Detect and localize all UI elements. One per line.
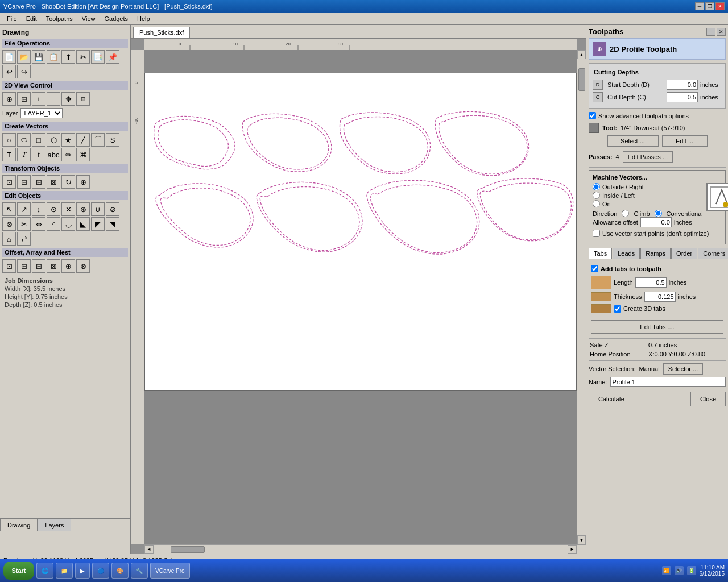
minimize-button[interactable]: ─ xyxy=(695,2,704,10)
taskbar-chrome[interactable]: 🔵 xyxy=(92,563,109,579)
circle-tool[interactable]: ○ xyxy=(2,133,16,147)
taskbar-app2[interactable]: 🔧 xyxy=(131,563,148,579)
menu-gadgets[interactable]: Gadgets xyxy=(100,14,133,23)
canvas-wrapper[interactable]: 0 10 20 30 0 -10 xyxy=(131,39,586,554)
merge-btn[interactable]: ⊗ xyxy=(76,259,90,273)
arc2-btn[interactable]: ◜ xyxy=(47,217,60,231)
new-file-button[interactable]: 📄 xyxy=(2,50,16,64)
tp-close-btn[interactable]: ✕ xyxy=(717,28,726,36)
name-input[interactable] xyxy=(610,377,726,387)
menu-view[interactable]: View xyxy=(77,14,100,23)
cut-depth-input[interactable] xyxy=(667,92,698,102)
inside-left-radio[interactable] xyxy=(593,192,600,199)
drawing-tab[interactable]: Drawing xyxy=(0,519,38,531)
menu-edit[interactable]: Edit xyxy=(22,14,42,23)
save-file-button[interactable]: 💾 xyxy=(32,50,46,64)
copy-button[interactable]: 📑 xyxy=(91,50,105,64)
undo-button[interactable]: ↩ xyxy=(2,65,16,78)
menu-file[interactable]: File xyxy=(2,14,22,23)
text4-tool[interactable]: abc xyxy=(47,148,60,161)
rotate-btn[interactable]: ↻ xyxy=(61,175,75,189)
allowance-input[interactable] xyxy=(640,217,672,227)
scroll-thumb-vertical[interactable] xyxy=(578,68,585,91)
select-btn[interactable]: ↖ xyxy=(2,202,16,216)
start-button[interactable]: Start xyxy=(3,562,34,580)
redo-button[interactable]: ↪ xyxy=(17,65,31,78)
outside-right-radio[interactable] xyxy=(593,183,600,190)
edit-tool-button[interactable]: Edit ... xyxy=(662,135,708,147)
text2-tool[interactable]: 𝑇 xyxy=(17,148,31,161)
close-button[interactable]: ✕ xyxy=(715,2,725,10)
zoom-sel-button[interactable]: ⊞ xyxy=(17,92,31,106)
ungroup-btn[interactable]: ⊠ xyxy=(47,175,60,189)
canvas-content[interactable] xyxy=(144,50,577,544)
star-tool[interactable]: ★ xyxy=(61,133,75,147)
tp-tab-order[interactable]: Order xyxy=(671,248,697,259)
scissors-btn[interactable]: ✂ xyxy=(17,217,31,231)
climb-radio[interactable] xyxy=(622,210,629,217)
optimize-checkbox[interactable] xyxy=(593,230,600,237)
selector-button[interactable]: Selector ... xyxy=(663,363,704,375)
snap-btn[interactable]: ◣ xyxy=(76,217,90,231)
mirror-btn[interactable]: ⊕ xyxy=(76,175,90,189)
array-btn[interactable]: ⊞ xyxy=(17,259,31,273)
text3-tool[interactable]: t xyxy=(32,148,46,161)
delete-btn[interactable]: ✕ xyxy=(61,202,75,216)
menu-help[interactable]: Help xyxy=(133,14,155,23)
zoom-in-button[interactable]: + xyxy=(32,92,46,106)
move-btn[interactable]: ⇔ xyxy=(32,217,46,231)
push-sticks-tab[interactable]: Push_Sticks.dxf xyxy=(133,27,190,38)
create3d-checkbox[interactable] xyxy=(614,305,621,313)
edit-tabs-button[interactable]: Edit Tabs .... xyxy=(591,320,723,334)
paste-button[interactable]: 📌 xyxy=(106,50,119,64)
conventional-radio[interactable] xyxy=(655,210,662,217)
zoom-out-button[interactable]: − xyxy=(47,92,60,106)
advanced-options-checkbox[interactable] xyxy=(589,112,596,119)
bezier-tool[interactable]: ⌘ xyxy=(76,148,90,161)
node-btn[interactable]: ⊙ xyxy=(47,202,60,216)
group-btn[interactable]: ⊞ xyxy=(32,175,46,189)
grid-btn[interactable]: ⊠ xyxy=(47,259,60,273)
layer-select[interactable]: LAYER_1 xyxy=(20,108,63,118)
open-file-button[interactable]: 📂 xyxy=(17,50,31,64)
polygon-tool[interactable]: ⬡ xyxy=(47,133,60,147)
ellipse-tool[interactable]: ⬭ xyxy=(17,133,31,147)
scroll-left-arrow[interactable]: ◄ xyxy=(144,545,154,554)
spline-tool[interactable]: S xyxy=(106,133,119,147)
transform2-btn[interactable]: ⊛ xyxy=(76,202,90,216)
start-depth-input[interactable] xyxy=(667,80,698,90)
trim-btn[interactable]: ⊗ xyxy=(2,217,16,231)
length-input[interactable] xyxy=(635,277,667,288)
rect-tool[interactable]: □ xyxy=(32,133,46,147)
zoom-fit-button[interactable]: ⊕ xyxy=(2,92,16,106)
taskbar-app1[interactable]: 🎨 xyxy=(111,563,129,579)
offset2-btn[interactable]: ⊡ xyxy=(2,259,16,273)
tp-minimize-btn[interactable]: ─ xyxy=(706,28,715,36)
tp-tab-corners[interactable]: Corners xyxy=(698,248,728,259)
step-btn[interactable]: ⊕ xyxy=(61,259,75,273)
node2-btn[interactable]: ◡ xyxy=(61,217,75,231)
layers-tab[interactable]: Layers xyxy=(38,519,71,531)
pan-button[interactable]: ✥ xyxy=(61,92,75,106)
curve-btn[interactable]: ◥ xyxy=(106,217,119,231)
scrollbar-vertical[interactable]: ▲ ▼ xyxy=(577,50,586,544)
tp-tab-ramps[interactable]: Ramps xyxy=(640,248,671,259)
line-tool[interactable]: ╱ xyxy=(76,133,90,147)
scroll-up-arrow[interactable]: ▲ xyxy=(577,50,586,59)
draw-tool[interactable]: ✏ xyxy=(61,148,75,161)
tp-tab-leads[interactable]: Leads xyxy=(613,248,640,259)
warp-btn[interactable]: ⌂ xyxy=(2,232,16,246)
angle-btn[interactable]: ◤ xyxy=(91,217,105,231)
align-left-btn[interactable]: ⊡ xyxy=(2,175,16,189)
import-button[interactable]: ⬆ xyxy=(61,50,75,64)
cut-button[interactable]: ✂ xyxy=(76,50,90,64)
nest-btn[interactable]: ⊟ xyxy=(32,259,46,273)
scroll-right-arrow[interactable]: ► xyxy=(568,545,577,554)
scroll-down-arrow[interactable]: ▼ xyxy=(577,535,586,544)
edit-passes-button[interactable]: Edit Passes ... xyxy=(623,151,673,163)
tp-tab-tabs[interactable]: Tabs xyxy=(589,248,612,259)
taskbar-media[interactable]: ▶ xyxy=(75,563,90,579)
convert-btn[interactable]: ⇄ xyxy=(17,232,31,246)
restore-button[interactable]: ❐ xyxy=(705,2,714,10)
scrollbar-horizontal[interactable]: ◄ ► xyxy=(144,544,577,554)
